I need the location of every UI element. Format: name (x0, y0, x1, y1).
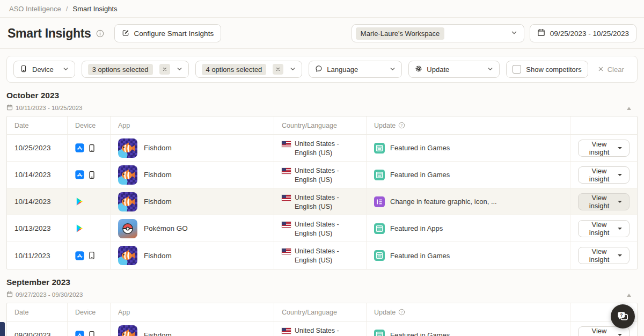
update-filter[interactable]: Update (408, 61, 500, 78)
apps-filter[interactable]: 3 options selected (82, 61, 189, 78)
workspace-select[interactable]: Marie-Laure's Workspace (352, 24, 524, 42)
table-row: 10/14/2023 (7, 188, 637, 215)
insights-section: September 2023 09/27/2023 - 09/30/2023 D… (0, 277, 644, 336)
table-row: 10/13/2023 (7, 215, 637, 242)
chevron-down-icon (487, 65, 493, 74)
configure-button-label: Configure Smart Insights (134, 30, 214, 38)
app-store-icon (75, 251, 84, 260)
insights-table: Date Device App Country/Language Update … (6, 303, 638, 336)
column-header: Country/Language (274, 303, 367, 321)
pokeball-art (122, 223, 134, 235)
row-date: 10/25/2023 (7, 135, 68, 161)
clear-filters-button[interactable]: Clear (595, 65, 627, 74)
calendar-icon (6, 104, 13, 112)
country-language-label: United States - English (US) (295, 326, 358, 336)
section-date-range: 10/11/2023 - 10/25/2023 (16, 105, 82, 111)
question-circle-icon[interactable]: ? (398, 309, 405, 316)
device-icons (75, 197, 84, 206)
update-label: Featured in Games (390, 252, 450, 260)
workspace-value: Marie-Laure's Workspace (356, 27, 444, 40)
date-range-picker[interactable]: 09/25/2023 - 10/25/2023 (530, 24, 636, 42)
app-icon (118, 246, 137, 265)
insights-table: Date Device App Country/Language Update … (6, 116, 638, 269)
svg-text:?: ? (401, 310, 403, 314)
country-language-label: United States - English (US) (295, 247, 358, 265)
show-competitors-label: Show competitors (526, 65, 581, 74)
column-header: Date (7, 116, 68, 134)
configure-smart-insights-button[interactable]: Configure Smart Insights (114, 24, 222, 42)
page-header: Smart Insights Configure Smart Insights … (0, 18, 644, 49)
device-filter[interactable]: Device (13, 61, 75, 78)
collapse-section-arrow[interactable] (627, 294, 631, 297)
row-date: 10/14/2023 (7, 188, 68, 215)
row-date: 10/14/2023 (7, 162, 68, 188)
smartphone-icon (20, 65, 27, 74)
chevron-down-icon (63, 65, 69, 74)
speech-bubble-icon (315, 65, 323, 74)
update-label: Featured in Apps (390, 224, 443, 232)
device-icons (75, 170, 96, 179)
update-label: Featured in Games (390, 144, 450, 152)
device-icons (75, 331, 96, 336)
column-header: Update ? (367, 303, 570, 321)
update-type-icon (374, 170, 385, 180)
column-header: App (111, 116, 274, 134)
view-insight-label: View insight (586, 140, 613, 156)
show-competitors-toggle[interactable]: Show competitors (506, 61, 588, 78)
app-name: Fishdom (144, 198, 172, 206)
app-name: Fishdom (144, 331, 172, 336)
help-widget-button[interactable]: ? (611, 304, 635, 328)
row-date: 09/30/2023 (7, 322, 68, 336)
view-insight-button[interactable]: View insight (578, 247, 630, 264)
app-icon (118, 165, 137, 185)
clear-countries-filter-icon[interactable] (273, 64, 283, 75)
view-insight-button[interactable]: View insight (578, 193, 630, 210)
column-header: Device (68, 303, 111, 321)
show-competitors-checkbox[interactable] (513, 65, 521, 74)
view-insight-button[interactable]: View insight (578, 166, 630, 184)
collapse-section-arrow[interactable] (627, 107, 631, 110)
help-chat-icon: ? (616, 310, 630, 323)
section-date-range: 09/27/2023 - 09/30/2023 (16, 291, 83, 298)
date-range-value: 09/25/2023 - 10/25/2023 (550, 30, 629, 38)
us-flag-icon (282, 328, 291, 334)
app-icon (118, 192, 137, 211)
app-icon (118, 219, 137, 238)
device-icons (75, 143, 96, 152)
row-date: 10/13/2023 (7, 215, 68, 242)
info-icon[interactable] (96, 30, 104, 38)
view-insight-button[interactable]: View insight (578, 140, 630, 157)
caret-down-icon (618, 228, 622, 230)
app-name: Pokémon GO (144, 224, 188, 232)
chevron-down-icon (390, 65, 396, 74)
section-title: September 2023 (6, 277, 638, 287)
section-title: October 2023 (6, 91, 638, 100)
sections-container: October 2023 10/11/2023 - 10/25/2023 Dat… (0, 91, 644, 336)
us-flag-icon (282, 168, 291, 174)
breadcrumb-parent[interactable]: ASO Intelligence (9, 5, 61, 13)
caret-down-icon (618, 147, 622, 149)
caret-down-icon (618, 201, 622, 203)
breadcrumb: ASO Intelligence / Smart Insights (0, 0, 644, 18)
smartphone-icon (87, 144, 96, 152)
countries-filter[interactable]: 4 options selected (195, 61, 303, 78)
table-body: 10/25/2023 (7, 135, 637, 269)
app-store-icon (75, 170, 84, 179)
view-insight-label: View insight (586, 327, 613, 336)
question-circle-icon[interactable]: ? (398, 122, 405, 129)
column-header: Device (68, 116, 111, 134)
update-type-icon (374, 250, 385, 261)
clear-apps-filter-icon[interactable] (159, 64, 170, 75)
google-play-icon (75, 197, 84, 206)
app-name: Fishdom (144, 171, 172, 179)
language-filter[interactable]: Language (309, 61, 402, 78)
table-header-row: Date Device App Country/Language Update … (7, 116, 637, 135)
chevron-down-icon (177, 65, 182, 74)
device-icons (75, 251, 96, 260)
smartphone-icon (87, 171, 96, 179)
table-row: 10/14/2023 (7, 162, 637, 188)
update-label: Featured in Games (390, 331, 450, 336)
row-date: 10/11/2023 (7, 242, 68, 269)
view-insight-button[interactable]: View insight (578, 220, 630, 237)
edit-icon (122, 29, 129, 38)
